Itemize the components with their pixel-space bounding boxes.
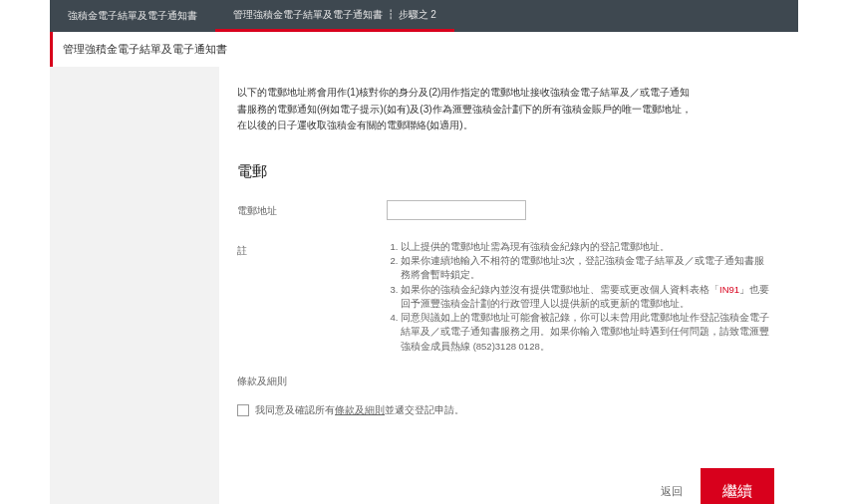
action-bar: 返回 繼續 bbox=[237, 468, 774, 504]
subheader-text: 管理強積金電子結單及電子通知書 bbox=[63, 43, 227, 55]
page-subheader: 管理強積金電子結單及電子通知書 bbox=[50, 32, 798, 67]
terms-title: 條款及細則 bbox=[237, 374, 774, 389]
tab-label: 強積金電子結單及電子通知書 bbox=[68, 9, 197, 23]
email-label: 電郵地址 bbox=[237, 200, 387, 219]
tab-manage-estatement[interactable]: 管理強積金電子結單及電子通知書 ┇ 步驟之 2 bbox=[215, 0, 454, 32]
agree-row: 我同意及確認所有條款及細則並遞交登記申請。 bbox=[237, 402, 774, 418]
terms-link[interactable]: 條款及細則 bbox=[335, 404, 385, 415]
intro-line: 以下的電郵地址將會用作(1)核對你的身分及(2)用作指定的電郵地址接收強積金電子… bbox=[237, 85, 774, 101]
email-input[interactable] bbox=[387, 200, 526, 220]
note-item: 以上提供的電郵地址需為現有強積金紀錄內的登記電郵地址。 bbox=[401, 240, 774, 254]
tab-estatement[interactable]: 強積金電子結單及電子通知書 bbox=[50, 0, 215, 32]
intro-text: 以下的電郵地址將會用作(1)核對你的身分及(2)用作指定的電郵地址接收強積金電子… bbox=[237, 85, 774, 133]
section-title-email: 電郵 bbox=[237, 159, 774, 182]
main-content: 以下的電郵地址將會用作(1)核對你的身分及(2)用作指定的電郵地址接收強積金電子… bbox=[219, 67, 798, 504]
left-sidebar bbox=[50, 67, 219, 504]
form-in91-link[interactable]: IN91 bbox=[719, 284, 739, 295]
notes-block: 以上提供的電郵地址需為現有強積金紀錄內的登記電郵地址。 如果你連續地輸入不相符的… bbox=[387, 240, 774, 354]
note-item: 如果你的強積金紀錄內並沒有提供電郵地址、需要或更改個人資料表格「IN91」也要回… bbox=[401, 283, 774, 312]
intro-line: 在以後的日子運收取強積金有關的電郵聯絡(如適用)。 bbox=[237, 118, 774, 133]
agree-text: 我同意及確認所有條款及細則並遞交登記申請。 bbox=[255, 402, 464, 418]
continue-button[interactable]: 繼續 bbox=[701, 468, 774, 504]
note-item: 同意與議如上的電郵地址可能會被記錄，你可以未曾用此電郵地址作登記強積金電子結單及… bbox=[401, 311, 774, 354]
tab-label: 管理強積金電子結單及電子通知書 ┇ 步驟之 2 bbox=[233, 8, 436, 22]
agree-checkbox[interactable] bbox=[237, 404, 249, 416]
back-link[interactable]: 返回 bbox=[661, 483, 683, 500]
note-item: 如果你連續地輸入不相符的電郵地址3次，登記強積金電子結單及／或電子通知書服務將會… bbox=[401, 254, 774, 283]
tab-bar: 強積金電子結單及電子通知書 管理強積金電子結單及電子通知書 ┇ 步驟之 2 bbox=[50, 0, 798, 32]
note-label: 註 bbox=[237, 240, 387, 259]
intro-line: 書服務的電郵通知(例如電子提示)(如有)及(3)作為滙豐強積金計劃下的所有強積金… bbox=[237, 102, 774, 118]
